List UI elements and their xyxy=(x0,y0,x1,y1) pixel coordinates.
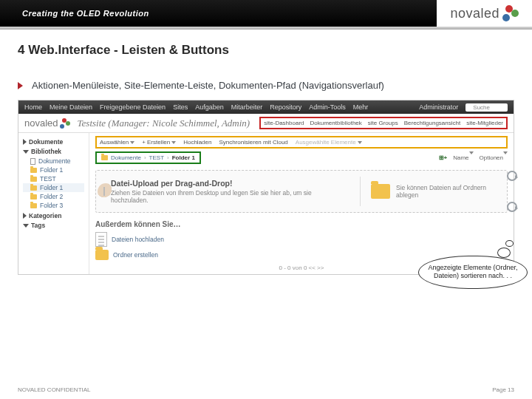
sidebar: Dokumente Bibliothek Dokumente Folder 1 … xyxy=(18,133,89,274)
add-icon[interactable]: ⊞+ xyxy=(439,154,448,161)
global-search-input[interactable]: Suche xyxy=(466,103,508,112)
callout-text: Angezeigte Elemente (Ordner, Dateien) so… xyxy=(428,264,517,279)
nav-people[interactable]: Mitarbeiter xyxy=(231,103,263,111)
site-tab-dashboard[interactable]: site-Dashboard xyxy=(264,120,304,126)
sidebar-section-docs[interactable]: Dokumente xyxy=(23,138,84,146)
sidebar-item-folder3[interactable]: Folder 3 xyxy=(23,201,84,210)
action-select[interactable]: Auswählen xyxy=(100,139,134,146)
action-create[interactable]: + Erstellen xyxy=(142,139,176,146)
folder-icon xyxy=(30,177,37,182)
site-name: Testsite (Manager: Nicole Schimmel, Admi… xyxy=(78,117,250,129)
nav-admin[interactable]: Admin-Tools xyxy=(309,103,346,111)
slide-top-banner: Creating the OLED Revolution novaled xyxy=(0,0,532,27)
document-icon xyxy=(95,232,107,247)
site-tab-members[interactable]: site-Mitglieder xyxy=(466,120,503,126)
chevron-down-icon xyxy=(469,151,474,161)
folder-icon xyxy=(30,203,37,208)
crumb-test[interactable]: TEST xyxy=(149,154,164,161)
dropzone-title: Datei-Upload per Drag-and-Drop! xyxy=(111,179,349,188)
nav-user[interactable]: Administrator xyxy=(419,103,458,111)
folder-icon xyxy=(30,185,37,191)
slide-footer: NOVALED CONFIDENTIAL Page 13 xyxy=(18,386,514,393)
footer-confidential: NOVALED CONFIDENTIAL xyxy=(18,386,91,393)
crumb-root[interactable]: Dokumente xyxy=(111,154,141,161)
also-title: Außerdem können Sie… xyxy=(95,220,508,228)
nav-repo[interactable]: Repository xyxy=(270,103,301,111)
nav-more[interactable]: Mehr xyxy=(353,103,369,111)
folder-icon xyxy=(30,194,37,200)
chevron-down-icon xyxy=(171,141,176,144)
action-selected-items: Ausgewählte Elemente xyxy=(296,139,362,146)
action-sync[interactable]: Synchronisieren mit Cloud xyxy=(219,139,287,146)
sidebar-section-library[interactable]: Bibliothek xyxy=(23,148,84,155)
site-logo: novaled xyxy=(24,117,70,129)
sidebar-section-categories[interactable]: Kategorien xyxy=(23,212,84,219)
action-upload[interactable]: Hochladen xyxy=(183,139,211,146)
bullet-text: Aktionen-Menüleiste, Site-Elemente-Leist… xyxy=(32,80,384,91)
footer-page-number: Page 13 xyxy=(492,386,514,393)
folder-icon xyxy=(30,168,37,173)
dropzone-subtitle: Ziehen Sie Dateien von Ihrem Desktop und… xyxy=(111,189,349,204)
chevron-down-icon xyxy=(503,151,508,161)
sidebar-item-folder1a[interactable]: Folder 1 xyxy=(23,166,84,174)
chevron-right-icon xyxy=(18,82,23,89)
refresh-arrow-icon xyxy=(507,202,517,212)
action-toolbar-highlight: Auswählen + Erstellen Hochladen Synchron… xyxy=(95,136,508,149)
document-icon xyxy=(103,187,105,196)
site-logo-text: novaled xyxy=(24,117,58,129)
options-button[interactable]: Optionen xyxy=(480,154,508,161)
document-icon xyxy=(30,158,35,165)
nav-sites[interactable]: Sites xyxy=(173,103,188,111)
folder-icon xyxy=(95,250,109,260)
sidebar-section-tags[interactable]: Tags xyxy=(23,222,84,229)
site-header: novaled Testsite (Manager: Nicole Schimm… xyxy=(18,114,514,133)
refresh-arrow-icon xyxy=(507,171,517,181)
breadcrumb-highlight: Dokumente› TEST› Folder 1 xyxy=(95,151,201,164)
sidebar-item-folder1b[interactable]: Folder 1 xyxy=(23,183,84,192)
main-panel: Auswählen + Erstellen Hochladen Synchron… xyxy=(89,133,514,274)
site-tab-doclib[interactable]: Dokumentbibliothek xyxy=(310,120,362,126)
chevron-down-icon xyxy=(130,141,134,144)
site-nav-highlight: site-Dashboard Dokumentbibliothek site G… xyxy=(259,117,508,129)
folder-icon xyxy=(101,155,108,160)
nav-home[interactable]: Home xyxy=(24,103,42,111)
sidebar-item-folder2[interactable]: Folder 2 xyxy=(23,192,84,201)
crumb-current: Folder 1 xyxy=(172,154,195,161)
folder-icon xyxy=(371,184,390,199)
sort-button[interactable]: Name xyxy=(453,154,473,161)
callout-cloud: Angezeigte Elemente (Ordner, Dateien) so… xyxy=(418,256,528,289)
brand-logo: novaled xyxy=(437,0,532,27)
sidebar-item-test[interactable]: TEST xyxy=(23,174,84,183)
nav-tasks[interactable]: Aufgaben xyxy=(195,103,224,111)
brand-dots-icon xyxy=(502,5,519,21)
brand-text: novaled xyxy=(450,6,499,21)
dropzone-folder-hint: Sie können Dateien auf Ordnern ablegen xyxy=(396,184,499,199)
divider xyxy=(360,177,361,206)
site-tab-perms[interactable]: Berechtigungsansicht xyxy=(404,120,461,126)
bullet-row: Aktionen-Menüleiste, Site-Elemente-Leist… xyxy=(18,80,514,91)
banner-tagline: Creating the OLED Revolution xyxy=(22,9,149,18)
site-logo-icon xyxy=(60,118,70,129)
also-upload[interactable]: Dateien hochladen xyxy=(95,232,508,247)
app-global-nav: Home Meine Dateien Freigegebene Dateien … xyxy=(18,100,514,114)
nav-shared[interactable]: Freigegebene Dateien xyxy=(100,103,166,111)
view-options: ⊞+ Name Optionen xyxy=(439,154,508,161)
drag-drop-zone[interactable]: Datei-Upload per Drag-and-Drop! Ziehen S… xyxy=(95,170,508,213)
nav-my-files[interactable]: Meine Dateien xyxy=(50,103,92,111)
embedded-app-screenshot: Home Meine Dateien Freigegebene Dateien … xyxy=(18,100,514,275)
site-tab-groups[interactable]: site Groups xyxy=(368,120,398,126)
slide-title: 4 Web.Interface - Leisten & Buttons xyxy=(18,43,514,58)
hand-icon xyxy=(98,183,114,200)
sidebar-item-documents[interactable]: Dokumente xyxy=(23,157,84,166)
